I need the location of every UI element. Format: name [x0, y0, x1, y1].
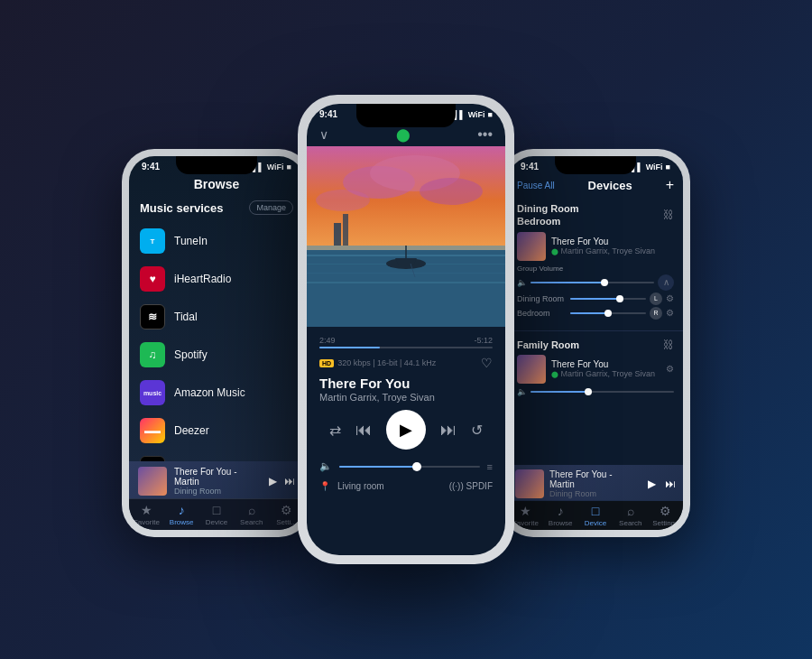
play-button[interactable]: ▶ [386, 410, 426, 450]
volume-low-icon: 🔈 [319, 460, 332, 472]
device-thumb-1 [517, 232, 546, 261]
progress-fill [319, 347, 380, 348]
device-track-artist-1: ⬤ Martin Garrix, Troye Sivan [551, 246, 674, 255]
family-vol-row[interactable]: 🔈 [517, 387, 674, 396]
deezer-label: Deezer [174, 424, 209, 437]
right-tab-search[interactable]: ⌕ Search [613, 504, 648, 527]
browse-icon: ♪ [179, 503, 185, 517]
service-iheartradio[interactable]: ♥ iHeartRadio [129, 260, 304, 298]
iheartradio-label: iHeartRadio [174, 273, 231, 285]
left-wifi-icon: WiFi [267, 162, 284, 172]
room-icon: 📍 [319, 481, 330, 491]
room-row: 📍 Living room ((·)) SPDIF [319, 481, 493, 491]
center-wifi-icon: WiFi [468, 110, 485, 119]
shuffle-button[interactable]: ⇄ [329, 422, 341, 439]
family-vol-thumb [585, 388, 592, 395]
prev-button[interactable]: ⏮ [355, 421, 372, 440]
center-battery-icon: ■ [488, 110, 493, 119]
progress-track[interactable] [319, 347, 493, 348]
progress-bar-container[interactable]: 2:49 -5:12 [319, 336, 493, 348]
divider-1 [508, 330, 683, 331]
tab-device[interactable]: □ Device [199, 503, 235, 526]
svg-rect-9 [307, 273, 505, 274]
right-favorite-icon: ★ [520, 504, 531, 518]
svg-marker-15 [395, 258, 417, 265]
quality-row: HD 320 kbps | 16-bit | 44.1 kHz [319, 358, 436, 367]
device-track-title-1: There For You [551, 237, 674, 246]
device-track-row-1: There For You ⬤ Martin Garrix, Troye Siv… [517, 232, 674, 261]
group-name-1: Dining Room Bedroom [517, 202, 578, 228]
link-icon-2[interactable]: ⛓ [663, 339, 674, 351]
search-icon: ⌕ [248, 503, 255, 517]
right-search-icon: ⌕ [627, 504, 634, 518]
group-vol-track[interactable] [531, 282, 654, 283]
device-label: Device [206, 518, 227, 526]
mini-play-button[interactable]: ▶ [269, 475, 277, 487]
right-mini-info: There For You - Martin Dining Room [549, 469, 639, 498]
family-vol-track[interactable] [531, 391, 674, 393]
mini-player-title: There For You - Martin [174, 467, 262, 487]
tab-search[interactable]: ⌕ Search [234, 503, 269, 526]
link-icon-1[interactable]: ⛓ [663, 209, 674, 221]
device-group-header-1: Dining Room Bedroom ⛓ [517, 202, 674, 228]
track-artist: Martin Garrix, Troye Sivan [319, 392, 493, 403]
service-deezer[interactable]: ▬▬ Deezer [129, 412, 304, 450]
group-vol-row[interactable]: 🔈 ∧ [517, 274, 674, 291]
output-icon: ((·)) [449, 481, 464, 491]
right-tab-browse[interactable]: ♪ Browse [543, 504, 578, 527]
collapse-button[interactable]: ∨ [319, 127, 328, 142]
right-tab-device[interactable]: □ Device [578, 504, 614, 527]
amazon-icon: music [140, 380, 165, 405]
bedroom-vol-track[interactable] [570, 312, 646, 314]
svg-point-4 [316, 190, 370, 211]
right-notch [555, 156, 636, 174]
player-body: 2:49 -5:12 HD 320 kbps | 16-bit | 44.1 k… [307, 327, 505, 555]
service-amazon[interactable]: music Amazon Music [129, 374, 304, 412]
device-group-family: Family Room ⛓ There For You ⬤ Martin Gar… [508, 335, 683, 402]
more-options-button[interactable]: ••• [477, 126, 493, 143]
service-tidal[interactable]: ≋ Tidal [129, 298, 304, 336]
left-mini-player[interactable]: There For You - Martin Dining Room ▶ ⏭ [129, 461, 304, 501]
volume-row[interactable]: 🔈 ≡ [319, 460, 493, 472]
right-screen: 9:41 ▌▌▌ WiFi ■ Pause All Devices + [508, 156, 683, 530]
manage-button[interactable]: Manage [249, 200, 293, 215]
center-notch [356, 104, 456, 127]
right-mini-player[interactable]: There For You - Martin Dining Room ▶ ⏭ [508, 465, 683, 503]
right-time: 9:41 [521, 162, 539, 172]
tunein-label: TuneIn [174, 235, 208, 247]
volume-track[interactable] [339, 466, 480, 468]
tidal-label: Tidal [174, 311, 198, 323]
service-tunein[interactable]: T TuneIn [129, 222, 304, 260]
amazon-label: Amazon Music [174, 386, 245, 399]
family-settings-icon[interactable]: ⚙ [666, 364, 674, 374]
total-time: -5:12 [474, 336, 493, 345]
queue-icon[interactable]: ≡ [487, 461, 493, 472]
tab-browse[interactable]: ♪ Browse [164, 503, 199, 526]
repeat-button[interactable]: ↺ [471, 422, 483, 439]
pause-all-button[interactable]: Pause All [517, 181, 555, 190]
room-info: 📍 Living room [319, 481, 384, 491]
right-mini-next-button[interactable]: ⏭ [665, 478, 676, 490]
right-mini-play-button[interactable]: ▶ [648, 478, 656, 490]
right-tab-settings[interactable]: ⚙ Settings [648, 504, 683, 527]
tab-favorite[interactable]: ★ Favorite [129, 503, 164, 526]
left-notch [176, 156, 257, 174]
device-group-dining-bedroom: Dining Room Bedroom ⛓ There For You ⬤ Ma… [508, 199, 683, 325]
right-browse-label: Browse [549, 519, 573, 527]
right-tab-bar: ★ Favorite ♪ Browse □ Device ⌕ Search [508, 500, 683, 530]
favorite-icon: ★ [141, 503, 152, 517]
add-device-button[interactable]: + [666, 177, 674, 193]
group-expand-button[interactable]: ∧ [658, 274, 674, 291]
dining-settings-icon[interactable]: ⚙ [666, 293, 674, 303]
left-time: 9:41 [142, 162, 160, 172]
service-spotify[interactable]: ♫ Spotify [129, 336, 304, 374]
mini-next-button[interactable]: ⏭ [284, 475, 295, 487]
left-tab-bar: ★ Favorite ♪ Browse □ Device ⌕ Search [129, 498, 304, 530]
center-time: 9:41 [319, 109, 337, 119]
bedroom-settings-icon[interactable]: ⚙ [666, 308, 674, 318]
browse-header: Browse [129, 173, 304, 199]
devices-title: Devices [588, 179, 632, 192]
next-button[interactable]: ⏭ [440, 421, 457, 440]
favorite-track-button[interactable]: ♡ [481, 356, 493, 370]
dining-vol-track[interactable] [570, 298, 646, 300]
